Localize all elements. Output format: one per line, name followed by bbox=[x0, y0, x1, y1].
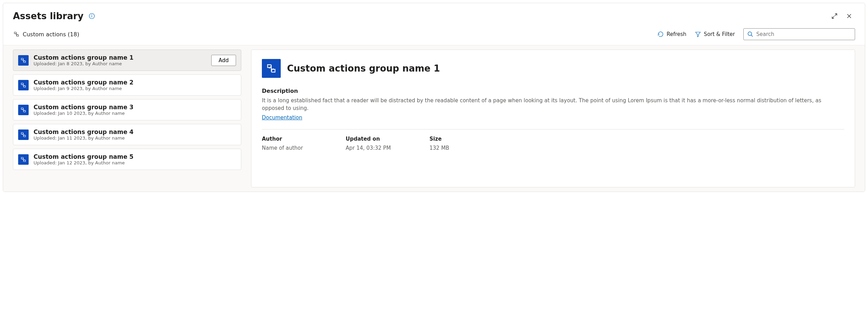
puzzle-icon bbox=[18, 105, 29, 115]
tab-custom-actions[interactable]: Custom actions (18) bbox=[13, 31, 79, 38]
updated-label: Updated on bbox=[346, 136, 409, 142]
refresh-button[interactable]: Refresh bbox=[657, 31, 686, 37]
toolbar: Custom actions (18) Refresh Sort & Filte… bbox=[3, 22, 865, 45]
author-value: Name of author bbox=[262, 145, 325, 151]
list-item[interactable]: Custom actions group name 5Uploaded: Jan… bbox=[13, 149, 241, 170]
description-text: It is a long established fact that a rea… bbox=[262, 97, 844, 112]
svg-point-2 bbox=[92, 15, 92, 15]
divider bbox=[262, 129, 844, 129]
tab-label: Custom actions (18) bbox=[23, 31, 79, 38]
add-button[interactable]: Add bbox=[211, 55, 236, 66]
page-title: Assets library bbox=[13, 11, 83, 21]
list-item[interactable]: Custom actions group name 3Uploaded: Jan… bbox=[13, 99, 241, 120]
puzzle-icon bbox=[18, 154, 29, 165]
description-label: Description bbox=[262, 88, 844, 94]
svg-marker-5 bbox=[696, 32, 700, 37]
close-icon[interactable] bbox=[843, 10, 855, 22]
item-title: Custom actions group name 1 bbox=[34, 54, 206, 61]
list-item[interactable]: Custom actions group name 1Uploaded: Jan… bbox=[13, 50, 241, 71]
puzzle-icon bbox=[18, 80, 29, 90]
updated-value: Apr 14, 03:32 PM bbox=[346, 145, 409, 151]
puzzle-icon bbox=[18, 129, 29, 140]
detail-panel: Custom actions group name 1 Description … bbox=[251, 50, 855, 187]
item-title: Custom actions group name 5 bbox=[34, 153, 236, 160]
list-column: Custom actions group name 1Uploaded: Jan… bbox=[3, 45, 248, 192]
item-subtitle: Uploaded: Jan 12 2023, by Author name bbox=[34, 160, 236, 165]
svg-point-6 bbox=[748, 32, 752, 36]
sort-filter-label: Sort & Filter bbox=[704, 31, 735, 37]
item-subtitle: Uploaded: Jan 10 2023, by Author name bbox=[34, 111, 236, 116]
search-input[interactable] bbox=[756, 31, 851, 37]
item-title: Custom actions group name 2 bbox=[34, 79, 236, 86]
sort-filter-button[interactable]: Sort & Filter bbox=[695, 31, 735, 37]
size-value: 132 MB bbox=[429, 145, 492, 151]
item-subtitle: Uploaded: Jan 8 2023, by Author name bbox=[34, 61, 206, 66]
author-label: Author bbox=[262, 136, 325, 142]
puzzle-icon bbox=[18, 55, 29, 66]
puzzle-icon bbox=[262, 59, 281, 78]
detail-header: Custom actions group name 1 bbox=[262, 59, 844, 78]
list-item[interactable]: Custom actions group name 2Uploaded: Jan… bbox=[13, 74, 241, 96]
content-area: Custom actions group name 1Uploaded: Jan… bbox=[3, 45, 865, 192]
filter-icon bbox=[695, 31, 701, 37]
expand-icon[interactable] bbox=[829, 10, 840, 22]
list-item[interactable]: Custom actions group name 4Uploaded: Jan… bbox=[13, 124, 241, 145]
item-subtitle: Uploaded: Jan 11 2023, by Author name bbox=[34, 135, 236, 141]
meta-row: Author Name of author Updated on Apr 14,… bbox=[262, 136, 844, 151]
item-subtitle: Uploaded: Jan 9 2023, by Author name bbox=[34, 86, 236, 91]
search-box[interactable] bbox=[743, 28, 855, 40]
search-icon bbox=[747, 31, 753, 37]
assets-library-panel: Assets library Custom actions (18) bbox=[3, 3, 865, 192]
item-title: Custom actions group name 3 bbox=[34, 104, 236, 111]
refresh-label: Refresh bbox=[667, 31, 686, 37]
size-label: Size bbox=[429, 136, 492, 142]
panel-header: Assets library bbox=[3, 3, 865, 22]
puzzle-icon bbox=[13, 31, 20, 38]
documentation-link[interactable]: Documentation bbox=[262, 114, 302, 121]
detail-title: Custom actions group name 1 bbox=[287, 63, 440, 74]
info-icon[interactable] bbox=[88, 13, 95, 20]
svg-line-7 bbox=[751, 35, 753, 37]
item-title: Custom actions group name 4 bbox=[34, 128, 236, 135]
refresh-icon bbox=[657, 31, 664, 37]
